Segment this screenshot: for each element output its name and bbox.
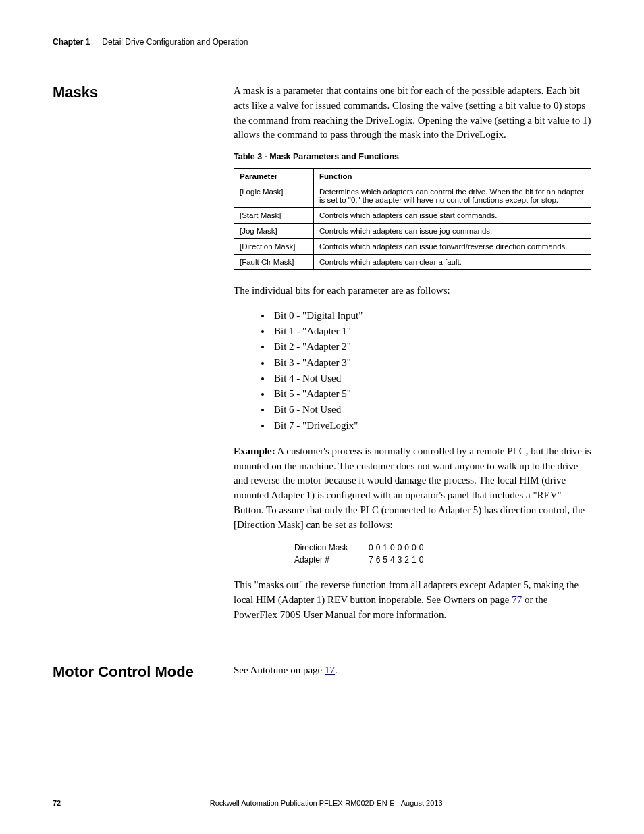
- chapter-title: Detail Drive Configuration and Operation: [102, 37, 248, 47]
- mask-row: Direction Mask 00100000: [294, 542, 591, 554]
- section-masks: Masks A mask is a parameter that contain…: [53, 84, 591, 632]
- bits-intro: The individual bits for each parameter a…: [234, 284, 591, 298]
- example-text: A customer's process is normally control…: [234, 446, 591, 530]
- closing-paragraph: This "masks out" the reverse function fr…: [234, 578, 591, 622]
- table-row: [Logic Mask] Determines which adapters c…: [234, 184, 591, 208]
- cell-func: Determines which adapters can control th…: [314, 184, 591, 208]
- chapter-label: Chapter 1: [53, 37, 90, 47]
- cell-param: [Fault Clr Mask]: [234, 255, 314, 270]
- list-item: Bit 6 - Not Used: [271, 402, 591, 417]
- list-item: Bit 4 - Not Used: [271, 371, 591, 386]
- list-item: Bit 1 - "Adapter 1": [271, 323, 591, 339]
- page-link-77[interactable]: 77: [512, 594, 522, 605]
- page-number: 72: [53, 799, 61, 807]
- cell-param: [Logic Mask]: [234, 184, 314, 208]
- mask-parameters-table: Parameter Function [Logic Mask] Determin…: [234, 168, 591, 270]
- table-header-function: Function: [314, 169, 591, 184]
- example-label: Example:: [234, 446, 275, 457]
- cell-param: [Start Mask]: [234, 208, 314, 224]
- page-footer: 72 Rockwell Automation Publication PFLEX…: [53, 799, 591, 807]
- table-header-parameter: Parameter: [234, 169, 314, 184]
- mask-example-box: Direction Mask 00100000 Adapter # 765432…: [294, 542, 591, 566]
- mask-vals: 76543210: [369, 554, 426, 566]
- masks-intro: A mask is a parameter that contains one …: [234, 84, 591, 142]
- mask-row: Adapter # 76543210: [294, 554, 591, 566]
- cell-func: Controls which adapters can issue forwar…: [314, 239, 591, 255]
- table-row: [Fault Clr Mask] Controls which adapters…: [234, 255, 591, 270]
- page-link-17[interactable]: 17: [325, 664, 335, 675]
- cell-func: Controls which adapters can issue jog co…: [314, 224, 591, 239]
- section-title-masks: Masks: [53, 84, 234, 101]
- section-motor-control-mode: Motor Control Mode See Autotune on page …: [53, 663, 591, 681]
- mask-label: Direction Mask: [294, 542, 369, 554]
- table-caption: Table 3 - Mask Parameters and Functions: [234, 152, 591, 161]
- example-paragraph: Example: A customer's process is normall…: [234, 444, 591, 533]
- cell-param: [Direction Mask]: [234, 239, 314, 255]
- list-item: Bit 2 - "Adapter 2": [271, 339, 591, 355]
- cell-param: [Jog Mask]: [234, 224, 314, 239]
- table-row: [Direction Mask] Controls which adapters…: [234, 239, 591, 255]
- motor-text-pre: See Autotune on page: [234, 664, 325, 675]
- mask-label: Adapter #: [294, 554, 369, 566]
- list-item: Bit 0 - "Digital Input": [271, 308, 591, 323]
- motor-text: See Autotune on page 17.: [234, 663, 591, 678]
- section-title-motor: Motor Control Mode: [53, 663, 234, 681]
- cell-func: Controls which adapters can clear a faul…: [314, 255, 591, 270]
- mask-vals: 00100000: [369, 542, 426, 554]
- list-item: Bit 3 - "Adapter 3": [271, 355, 591, 371]
- cell-func: Controls which adapters can issue start …: [314, 208, 591, 224]
- list-item: Bit 5 - "Adapter 5": [271, 386, 591, 402]
- list-item: Bit 7 - "DriveLogix": [271, 418, 591, 434]
- table-row: [Jog Mask] Controls which adapters can i…: [234, 224, 591, 239]
- table-row: [Start Mask] Controls which adapters can…: [234, 208, 591, 224]
- footer-text: Rockwell Automation Publication PFLEX-RM…: [61, 799, 591, 807]
- bits-list: Bit 0 - "Digital Input" Bit 1 - "Adapter…: [271, 308, 591, 434]
- page-header: Chapter 1 Detail Drive Configuration and…: [53, 37, 591, 51]
- motor-text-post: .: [335, 664, 338, 675]
